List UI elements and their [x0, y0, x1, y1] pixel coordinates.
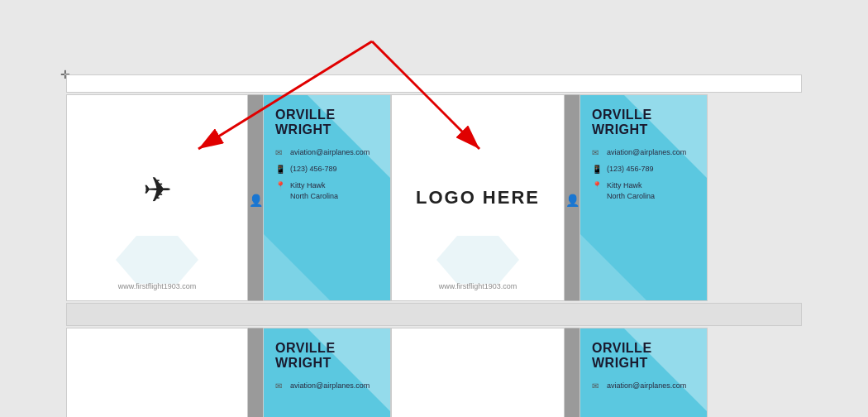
card-back-info-3: ORVILLE WRIGHT ✉ aviation@airplanes.com	[263, 328, 391, 417]
info-phone-2: (123) 456-789	[607, 164, 654, 175]
cards-row-1: ✈ www.firstflight1903.com 👤 ORVILLE WRIG…	[66, 94, 802, 301]
info-content-1: ORVILLE WRIGHT ✉ aviation@airplanes.com …	[264, 95, 390, 215]
person-icon-2: 👤	[565, 100, 579, 300]
location-icon-1: 📍	[275, 181, 285, 191]
info-name-2: ORVILLE WRIGHT	[592, 108, 697, 137]
card-back-info-1: ORVILLE WRIGHT ✉ aviation@airplanes.com …	[263, 94, 391, 301]
info-email-row-3: ✉ aviation@airplanes.com	[275, 381, 380, 391]
info-content-4: ORVILLE WRIGHT ✉ aviation@airplanes.com	[580, 328, 707, 405]
edge-filler	[708, 94, 716, 301]
website-text-1: www.firstflight1903.com	[118, 282, 197, 290]
info-email-3: aviation@airplanes.com	[290, 381, 370, 391]
info-address-row-2: 📍 Kitty Hawk North Carolina	[592, 180, 697, 201]
airplane-icon: ✈	[143, 170, 172, 210]
separator-bar	[66, 303, 802, 326]
info-name-3: ORVILLE WRIGHT	[275, 341, 380, 371]
email-icon-2: ✉	[592, 148, 602, 158]
info-phone-1: (123) 456-789	[290, 164, 337, 175]
phone-icon-1: 📱	[275, 165, 285, 175]
location-icon-2: 📍	[592, 181, 602, 191]
email-icon-1: ✉	[275, 148, 285, 158]
info-email-row-1: ✉ aviation@airplanes.com	[275, 147, 380, 158]
info-email-2: aviation@airplanes.com	[607, 147, 686, 158]
card-strip-2: 👤	[565, 94, 579, 301]
card-front-logo-3: LOGO HERE	[391, 328, 565, 417]
website-text-3: www.firstflight1903.com	[439, 282, 517, 290]
info-email-1: aviation@airplanes.com	[290, 147, 370, 158]
info-name-4: ORVILLE WRIGHT	[592, 341, 697, 371]
info-address-1: Kitty Hawk North Carolina	[290, 180, 338, 201]
info-phone-row-1: 📱 (123) 456-789	[275, 164, 380, 175]
person-icon-3: 👤	[249, 333, 263, 417]
card-front-logo-1: LOGO HERE www.firstflight1903.com	[391, 94, 565, 301]
info-address-2: Kitty Hawk North Carolina	[607, 180, 655, 201]
card-front-logo-2: LOGO HERE	[66, 328, 248, 417]
edge-filler-2	[708, 328, 716, 417]
card-strip-4: 👤	[565, 328, 579, 417]
card-strip-1: 👤	[248, 94, 263, 301]
info-address-row-1: 📍 Kitty Hawk North Carolina	[275, 180, 380, 201]
email-icon-4: ✉	[592, 381, 602, 391]
header-bar	[66, 74, 802, 93]
info-name-1: ORVILLE WRIGHT	[275, 108, 380, 137]
info-phone-row-2: 📱 (123) 456-789	[592, 164, 697, 175]
phone-icon-2: 📱	[592, 165, 602, 175]
cards-row-2: LOGO HERE 👤 ORVILLE WRIGHT ✉ aviation@ai…	[66, 328, 802, 417]
info-email-row-2: ✉ aviation@airplanes.com	[592, 147, 697, 158]
cards-layout: ✈ www.firstflight1903.com 👤 ORVILLE WRIG…	[66, 74, 802, 414]
info-email-4: aviation@airplanes.com	[607, 381, 686, 391]
card-strip-3: 👤	[248, 328, 263, 417]
triangle-bottom-left-2	[580, 234, 646, 300]
hex-decoration	[116, 236, 198, 284]
card-back-info-4: ORVILLE WRIGHT ✉ aviation@airplanes.com	[579, 328, 708, 417]
triangle-bottom-left-1	[264, 234, 330, 300]
card-front-airplane: ✈ www.firstflight1903.com	[66, 94, 248, 301]
info-content-2: ORVILLE WRIGHT ✉ aviation@airplanes.com …	[580, 95, 707, 215]
info-content-3: ORVILLE WRIGHT ✉ aviation@airplanes.com	[264, 328, 390, 405]
card-back-info-2: ORVILLE WRIGHT ✉ aviation@airplanes.com …	[579, 94, 708, 301]
person-icon-4: 👤	[565, 333, 579, 417]
person-icon-1: 👤	[249, 100, 263, 300]
logo-here-text-1: LOGO HERE	[416, 187, 540, 208]
hex-decoration-3	[436, 236, 519, 284]
email-icon-3: ✉	[275, 381, 285, 391]
info-email-row-4: ✉ aviation@airplanes.com	[592, 381, 697, 391]
